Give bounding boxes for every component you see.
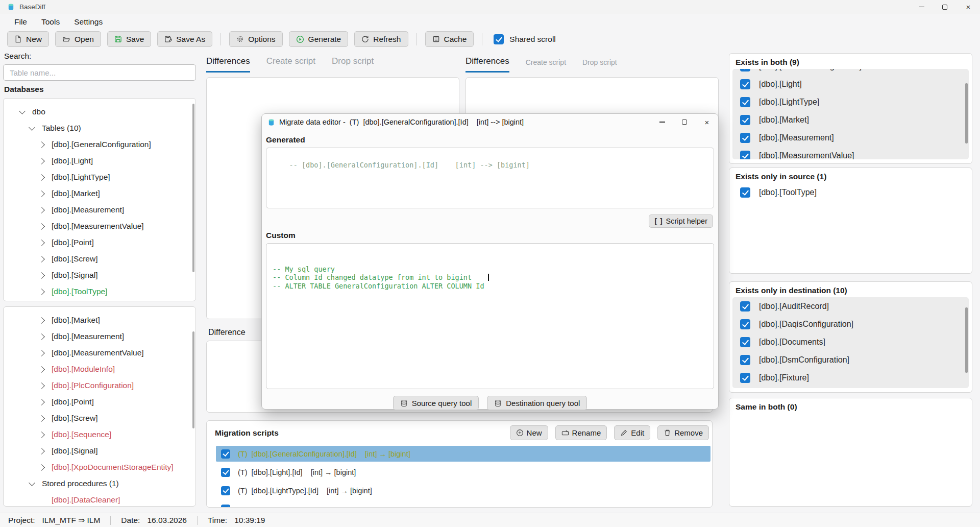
- chevron-icon[interactable]: [38, 289, 45, 295]
- item-checkbox[interactable]: [740, 133, 750, 143]
- tree-item[interactable]: [dbo].[Signal]: [4, 267, 195, 283]
- chevron-icon[interactable]: [38, 272, 45, 279]
- item-checkbox[interactable]: [740, 79, 750, 89]
- chevron-icon[interactable]: [38, 432, 45, 438]
- migration-script-row[interactable]: (T) [dbo].[GeneralConfiguration].[Id] [i…: [216, 446, 710, 462]
- checklist-item[interactable]: [dbo].[Market]: [732, 111, 969, 129]
- minimize-icon[interactable]: [910, 0, 933, 14]
- script-checkbox[interactable]: [221, 505, 230, 508]
- chevron-icon[interactable]: [38, 317, 45, 324]
- checklist-item[interactable]: [dbo].[DsmConfiguration]: [732, 351, 969, 369]
- item-checkbox[interactable]: [740, 301, 750, 312]
- chevron-icon[interactable]: [38, 190, 45, 197]
- refresh-button[interactable]: Refresh: [354, 31, 408, 47]
- tab-create-script[interactable]: Create script: [526, 58, 566, 73]
- script-checkbox[interactable]: [221, 486, 230, 495]
- scrollbar-thumb[interactable]: [965, 307, 968, 373]
- scrollbar-thumb[interactable]: [192, 331, 194, 428]
- chevron-icon[interactable]: [38, 239, 45, 246]
- migration-script-row[interactable]: [216, 501, 710, 508]
- checklist-item[interactable]: [dbo].[DaqisConfiguration]: [732, 315, 969, 333]
- item-checkbox[interactable]: [740, 373, 750, 383]
- tab-create-script[interactable]: Create script: [266, 56, 315, 73]
- tree-item[interactable]: dbo: [4, 104, 195, 120]
- scrollbar-thumb[interactable]: [192, 104, 194, 272]
- menu-settings[interactable]: Settings: [67, 15, 110, 29]
- save-as-button[interactable]: Save As: [157, 31, 212, 47]
- tree-item[interactable]: Tables (10): [4, 120, 195, 136]
- generate-button[interactable]: Generate: [289, 31, 349, 47]
- search-input[interactable]: [3, 64, 196, 81]
- checklist-item[interactable]: [dbo].[ToolType]: [732, 183, 969, 201]
- chevron-icon[interactable]: [38, 415, 45, 422]
- checklist-item[interactable]: [dbo].[Documents]: [732, 333, 969, 351]
- chevron-icon[interactable]: [38, 141, 45, 148]
- item-checkbox[interactable]: [740, 97, 750, 107]
- close-icon[interactable]: ×: [696, 114, 718, 130]
- chevron-icon[interactable]: [38, 256, 45, 262]
- options-button[interactable]: Options: [229, 31, 282, 47]
- shared-scroll-checkbox[interactable]: [494, 34, 504, 44]
- tree-item[interactable]: [dbo].[MeasurementValue]: [4, 345, 195, 361]
- tree-item[interactable]: [dbo].[ToolType]: [4, 283, 195, 300]
- checklist-item[interactable]: [dbo].[Measurement]: [732, 129, 969, 147]
- save-button[interactable]: Save: [107, 31, 151, 47]
- open-button[interactable]: Open: [55, 31, 101, 47]
- checklist-item[interactable]: [dbo].[LightType]: [732, 93, 969, 111]
- tree-item[interactable]: [dbo].[Sequence]: [4, 426, 195, 443]
- tree-item[interactable]: [dbo].[LightType]: [4, 169, 195, 185]
- remove-script-button[interactable]: Remove: [657, 425, 709, 440]
- chevron-icon[interactable]: [38, 366, 45, 373]
- maximize-icon[interactable]: [673, 114, 696, 130]
- new-button[interactable]: New: [7, 31, 49, 47]
- checklist-item[interactable]: [dbo].[MeasurementValue]: [732, 147, 969, 159]
- tree-item[interactable]: [dbo].[Market]: [4, 312, 195, 328]
- tree-item[interactable]: [dbo].[Measurement]: [4, 202, 195, 218]
- tree-item[interactable]: [dbo].[Light]: [4, 153, 195, 169]
- maximize-icon[interactable]: [933, 0, 957, 14]
- chevron-icon[interactable]: [29, 124, 35, 131]
- chevron-icon[interactable]: [38, 382, 45, 389]
- tree-item[interactable]: [dbo].[XpoDocumentStorageEntity]: [4, 459, 195, 475]
- tab-differences[interactable]: Differences: [465, 56, 509, 73]
- checklist-item[interactable]: [dbo].[ModuleInfo]: [732, 387, 969, 388]
- checklist-item[interactable]: [dbo].[Light]: [732, 75, 969, 93]
- item-checkbox[interactable]: [740, 355, 750, 365]
- source-query-tool-button[interactable]: Source query tool: [393, 396, 479, 410]
- tab-drop-script[interactable]: Drop script: [582, 58, 617, 73]
- chevron-icon[interactable]: [29, 480, 35, 486]
- script-checkbox[interactable]: [221, 449, 230, 459]
- tree-item[interactable]: [dbo].[ModuleInfo]: [4, 361, 195, 377]
- scrollbar-thumb[interactable]: [965, 83, 968, 143]
- tree-item[interactable]: [dbo].[MeasurementValue]: [4, 218, 195, 234]
- item-checkbox[interactable]: [740, 187, 750, 198]
- edit-script-button[interactable]: Edit: [614, 425, 650, 440]
- tree-item[interactable]: [dbo].[GeneralConfiguration]: [4, 136, 195, 153]
- chevron-icon[interactable]: [38, 223, 45, 230]
- custom-code-box[interactable]: -- My sql query-- Column Id changed data…: [266, 243, 714, 389]
- item-checkbox[interactable]: [740, 69, 750, 71]
- script-checkbox[interactable]: [221, 468, 230, 477]
- chevron-icon[interactable]: [38, 158, 45, 164]
- minimize-icon[interactable]: [651, 114, 673, 130]
- chevron-icon[interactable]: [38, 207, 45, 213]
- migration-script-row[interactable]: (T) [dbo].[LightType].[Id] [int] → [bigi…: [216, 483, 710, 498]
- tree-item[interactable]: [dbo].[Screw]: [4, 251, 195, 267]
- menu-tools[interactable]: Tools: [34, 15, 67, 29]
- chevron-icon[interactable]: [38, 350, 45, 356]
- script-helper-button[interactable]: [ ] Script helper: [649, 214, 713, 228]
- destination-query-tool-button[interactable]: Destination query tool: [487, 396, 587, 410]
- tree-item[interactable]: [dbo].[Signal]: [4, 443, 195, 459]
- item-checkbox[interactable]: [740, 337, 750, 347]
- shared-scroll-toggle[interactable]: Shared scroll: [494, 34, 555, 44]
- chevron-icon[interactable]: [38, 174, 45, 181]
- chevron-icon[interactable]: [38, 333, 45, 340]
- tree-item[interactable]: [dbo].[DataCleaner]: [4, 492, 195, 507]
- generated-code-box[interactable]: -- [dbo].[GeneralConfiguration].[Id] [in…: [266, 148, 714, 208]
- tree-item[interactable]: [dbo].[Screw]: [4, 410, 195, 426]
- chevron-icon[interactable]: [19, 108, 26, 114]
- tab-drop-script[interactable]: Drop script: [332, 56, 374, 73]
- chevron-icon[interactable]: [38, 399, 45, 405]
- chevron-icon[interactable]: [38, 448, 45, 454]
- item-checkbox[interactable]: [740, 151, 750, 160]
